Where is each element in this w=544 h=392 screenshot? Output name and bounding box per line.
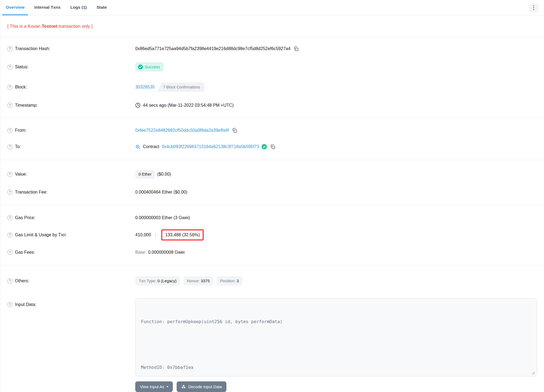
from-label: From: (15, 128, 26, 133)
help-icon[interactable]: ? (7, 103, 13, 108)
tab-overview[interactable]: Overview (2, 0, 28, 15)
group-others-input: ?Others: Txn Type: 0 (Legacy) Nonce: 337… (0, 265, 544, 392)
tab-logs[interactable]: Logs (1) (67, 0, 90, 15)
row-gas-price: ?Gas Price: 0.000000003 Ether (3 Gwei) (7, 210, 537, 226)
view-input-as-label: View Input As (140, 385, 164, 389)
kebab-icon (533, 5, 534, 6)
gas-usage-value: 133,488 (32.56%) (165, 232, 200, 237)
gas-limit-value: 410,000 (135, 232, 151, 237)
help-icon[interactable]: ? (7, 278, 13, 284)
row-gas-limit-usage: ?Gas Limit & Usage by Txn: 410,000 | 133… (7, 226, 537, 244)
row-gas-fees: ?Gas Fees: Base:0.000000008 Gwei (7, 244, 537, 260)
row-timestamp: ?Timestamp: 44 secs ago (Mar-11-2022 03:… (7, 97, 537, 113)
row-to: ?To: Contract 0x4cb093f226983713164a6213… (7, 139, 537, 155)
caret-down-icon: ▾ (167, 385, 168, 388)
from-address-link[interactable]: 0xfee7522e8482682cf50ddc50a0f8da2a39effa… (135, 128, 229, 133)
row-from: ?From: 0xfee7522e8482682cf50ddc50a0f8da2… (7, 122, 537, 139)
gas-limit-label: Gas Limit & Usage by Txn: (15, 232, 67, 237)
others-label: Others: (15, 278, 29, 283)
resize-handle-icon[interactable] (532, 371, 535, 375)
check-circle-icon (138, 65, 143, 69)
block-confirmations-badge: 7 Block Confirmations (158, 82, 204, 92)
value-usd: ($0.00) (157, 172, 171, 177)
gas-usage-highlight: 133,488 (32.56%) (161, 229, 204, 240)
to-address-link[interactable]: 0x4cb093f226983713164a62138c3f718a5b595f… (162, 144, 259, 149)
row-status: ?Status: Success (7, 57, 537, 77)
to-label: To: (15, 144, 21, 149)
input-data-label: Input Data: (15, 302, 36, 307)
nonce-value: 3375 (201, 279, 210, 283)
position-badge: Position: 3 (217, 276, 242, 286)
help-icon[interactable]: ? (7, 65, 13, 70)
position-name: Position: (220, 279, 237, 283)
row-value: ?Value: 0 Ether ($0.00) (7, 164, 537, 184)
zoom-in-icon[interactable] (135, 144, 140, 149)
copy-to-button[interactable] (269, 144, 276, 149)
input-function-line: Function: performUpkeep(uint256 id, byte… (141, 318, 531, 326)
decode-icon (181, 384, 186, 389)
help-icon[interactable]: ? (7, 250, 13, 255)
tab-bar: Overview Internal Txns Logs (1) State (0, 0, 544, 16)
input-data-textarea[interactable]: Function: performUpkeep(uint256 id, byte… (135, 298, 537, 376)
row-transaction-hash: ?Transaction Hash: 0x86ed5a771e725aa94d5… (7, 41, 537, 57)
verified-check-icon (262, 144, 267, 149)
help-icon[interactable]: ? (7, 46, 13, 51)
copy-hash-button[interactable] (293, 46, 299, 51)
gas-base-value: 0.000000008 Gwei (148, 250, 185, 255)
txn-type-badge: Txn Type: 0 (Legacy) (135, 276, 180, 286)
testnet-notice: [ This is a Kovan Testnet transaction on… (0, 16, 544, 36)
input-method-id: MethodID: 0x7bbaf1ea (141, 364, 531, 371)
group-gas: ?Gas Price: 0.000000003 Ether (3 Gwei) ?… (0, 204, 544, 265)
more-options-button[interactable] (529, 3, 539, 12)
gas-price-label: Gas Price: (15, 215, 35, 220)
copy-icon (293, 46, 299, 51)
transaction-hash-value: 0x86ed5a771e725aa94d5b7fa2398e4419e216d8… (135, 46, 290, 51)
value-label: Value: (15, 172, 27, 177)
txn-type-value: 0 (Legacy) (158, 279, 177, 283)
notice-bold: Testnet (42, 24, 57, 29)
decode-input-data-label: Decode Input Data (188, 385, 222, 389)
transaction-hash-label: Transaction Hash: (15, 46, 50, 51)
value-amount-badge: 0 Ether (135, 170, 155, 179)
copy-icon (270, 144, 275, 149)
timestamp-label: Timestamp: (15, 103, 38, 108)
row-others: ?Others: Txn Type: 0 (Legacy) Nonce: 337… (7, 271, 537, 291)
help-icon[interactable]: ? (7, 189, 13, 195)
help-icon[interactable]: ? (7, 85, 13, 90)
decode-input-data-button[interactable]: Decode Input Data (177, 381, 226, 392)
gas-separator: | (153, 232, 158, 237)
copy-from-button[interactable] (231, 128, 238, 133)
group-summary: ?Transaction Hash: 0x86ed5a771e725aa94d5… (0, 36, 544, 118)
help-icon[interactable]: ? (7, 172, 13, 177)
help-icon[interactable]: ? (7, 232, 13, 238)
status-text: Success (145, 65, 160, 69)
notice-prefix: [ This is a Kovan (7, 24, 42, 29)
block-number-link[interactable]: 30328535 (135, 85, 155, 90)
help-icon[interactable]: ? (7, 302, 13, 307)
clock-icon (135, 103, 140, 108)
row-block: ?Block: 30328535 7 Block Confirmations (7, 77, 537, 97)
position-value: 3 (237, 279, 239, 283)
row-transaction-fee: ?Transaction Fee: 0.000400464 Ether ($0.… (7, 184, 537, 200)
view-input-as-button[interactable]: View Input As ▾ (135, 381, 173, 392)
status-label: Status: (15, 65, 29, 69)
to-type: Contract (143, 144, 159, 149)
input-blank-line (141, 341, 531, 348)
transaction-overview-page: Overview Internal Txns Logs (1) State [ … (0, 0, 544, 392)
gas-fees-label: Gas Fees: (15, 250, 35, 255)
tab-internal-txns[interactable]: Internal Txns (31, 0, 64, 15)
help-icon[interactable]: ? (7, 128, 13, 133)
group-addresses: ?From: 0xfee7522e8482682cf50ddc50a0f8da2… (0, 118, 544, 160)
input-data-area: Function: performUpkeep(uint256 id, byte… (135, 298, 537, 392)
transaction-fee-value: 0.000400464 Ether ($0.00) (135, 190, 187, 195)
tab-list: Overview Internal Txns Logs (1) State (2, 0, 113, 15)
tab-state[interactable]: State (93, 0, 110, 15)
row-input-data: ?Input Data: Function: performUpkeep(uin… (7, 291, 537, 392)
input-data-buttons: View Input As ▾ Decode Input Data (135, 381, 537, 392)
nonce-name: Nonce: (187, 279, 201, 283)
status-badge: Success (135, 62, 164, 72)
help-icon[interactable]: ? (7, 144, 13, 149)
transaction-fee-label: Transaction Fee: (15, 190, 47, 195)
txn-type-name: Txn Type: (139, 279, 158, 283)
help-icon[interactable]: ? (7, 215, 13, 220)
